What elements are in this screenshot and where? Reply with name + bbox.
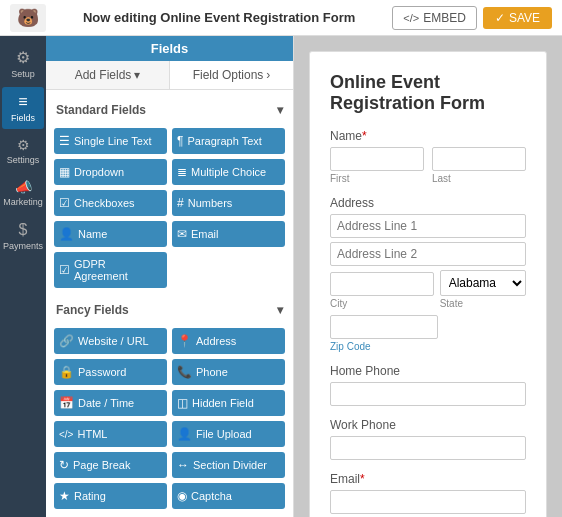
city-input[interactable] [330, 272, 434, 296]
field-btn-checkboxes[interactable]: ☑ Checkboxes [54, 190, 167, 216]
sidebar-item-marketing[interactable]: 📣 Marketing [2, 173, 44, 213]
chevron-right-icon: › [266, 68, 270, 82]
name-row: First Last [330, 147, 526, 184]
setup-icon: ⚙ [16, 48, 30, 67]
fields-panel-header: Fields [46, 36, 293, 61]
rating-icon: ★ [59, 489, 70, 503]
field-btn-datetime[interactable]: 📅 Date / Time [54, 390, 167, 416]
sidebar-item-payments[interactable]: $ Payments [2, 215, 44, 257]
datetime-icon: 📅 [59, 396, 74, 410]
email-icon: ✉ [177, 227, 187, 241]
fancy-fields-grid: 🔗 Website / URL 📍 Address 🔒 Password 📞 P… [54, 328, 285, 509]
form-group-name: Name* First Last [330, 129, 526, 184]
payments-icon: $ [19, 221, 28, 239]
hidden-icon: ◫ [177, 396, 188, 410]
collapse-icon-fancy: ▾ [277, 303, 283, 317]
multiple-choice-icon: ≣ [177, 165, 187, 179]
work-phone-input[interactable] [330, 436, 526, 460]
form-group-home-phone: Home Phone [330, 364, 526, 406]
logo: 🐻 [10, 4, 46, 32]
first-name-input[interactable] [330, 147, 424, 171]
address-line2-input[interactable] [330, 242, 526, 266]
page-break-icon: ↻ [59, 458, 69, 472]
password-icon: 🔒 [59, 365, 74, 379]
first-name-col: First [330, 147, 424, 184]
captcha-icon: ◉ [177, 489, 187, 503]
field-btn-numbers[interactable]: # Numbers [172, 190, 285, 216]
field-btn-name[interactable]: 👤 Name [54, 221, 167, 247]
sidebar-item-fields[interactable]: ≡ Fields [2, 87, 44, 129]
field-btn-captcha[interactable]: ◉ Captcha [172, 483, 285, 509]
save-button[interactable]: ✓ SAVE [483, 7, 552, 29]
field-btn-single-line-text[interactable]: ☰ Single Line Text [54, 128, 167, 154]
field-btn-hidden-field[interactable]: ◫ Hidden Field [172, 390, 285, 416]
text-icon: ☰ [59, 134, 70, 148]
main-layout: ⚙ Setup ≡ Fields ⚙ Settings 📣 Marketing … [0, 36, 562, 517]
last-label: Last [432, 173, 526, 184]
email-field-label: Email* [330, 472, 526, 486]
fields-icon: ≡ [18, 93, 27, 111]
upload-icon: 👤 [177, 427, 192, 441]
checkmark-icon: ✓ [495, 11, 505, 25]
field-btn-html[interactable]: </> HTML [54, 421, 167, 447]
work-phone-label: Work Phone [330, 418, 526, 432]
tab-add-fields[interactable]: Add Fields ▾ [46, 61, 170, 89]
fancy-fields-header: Fancy Fields ▾ [54, 298, 285, 322]
city-col: City [330, 272, 434, 309]
state-label: State [440, 298, 526, 309]
sidebar-item-settings[interactable]: ⚙ Settings [2, 131, 44, 171]
field-btn-dropdown[interactable]: ▦ Dropdown [54, 159, 167, 185]
field-btn-paragraph-text[interactable]: ¶ Paragraph Text [172, 128, 285, 154]
fields-panel: Fields Add Fields ▾ Field Options › Stan… [46, 36, 294, 517]
form-preview: Online Event Registration Form Name* Fir… [294, 36, 562, 517]
field-btn-file-upload[interactable]: 👤 File Upload [172, 421, 285, 447]
field-btn-website[interactable]: 🔗 Website / URL [54, 328, 167, 354]
section-divider-icon: ↔ [177, 458, 189, 472]
zip-group: Zip Code [330, 315, 526, 352]
field-btn-email[interactable]: ✉ Email [172, 221, 285, 247]
tab-field-options[interactable]: Field Options › [170, 61, 293, 89]
address-line1-input[interactable] [330, 214, 526, 238]
home-phone-input[interactable] [330, 382, 526, 406]
sidebar-item-setup[interactable]: ⚙ Setup [2, 42, 44, 85]
sidebar-nav: ⚙ Setup ≡ Fields ⚙ Settings 📣 Marketing … [0, 36, 46, 517]
zip-input[interactable] [330, 315, 438, 339]
city-label: City [330, 298, 434, 309]
paragraph-icon: ¶ [177, 134, 183, 148]
numbers-icon: # [177, 196, 184, 210]
phone-icon: 📞 [177, 365, 192, 379]
form-card: Online Event Registration Form Name* Fir… [309, 51, 547, 517]
field-btn-section-divider[interactable]: ↔ Section Divider [172, 452, 285, 478]
name-icon: 👤 [59, 227, 74, 241]
website-icon: 🔗 [59, 334, 74, 348]
address-icon: 📍 [177, 334, 192, 348]
city-state-row: City Alabama State [330, 270, 526, 309]
top-bar-title: Now editing Online Event Registration Fo… [46, 10, 392, 25]
form-name: Online Event Registration Form [160, 10, 355, 25]
standard-fields-grid: ☰ Single Line Text ¶ Paragraph Text ▦ Dr… [54, 128, 285, 288]
home-phone-label: Home Phone [330, 364, 526, 378]
field-btn-rating[interactable]: ★ Rating [54, 483, 167, 509]
field-btn-gdpr[interactable]: ☑ GDPR Agreement [54, 252, 167, 288]
address-label: Address [330, 196, 526, 210]
zip-label: Zip Code [330, 341, 526, 352]
embed-button[interactable]: </> EMBED [392, 6, 477, 30]
state-select[interactable]: Alabama [440, 270, 526, 296]
gdpr-icon: ☑ [59, 263, 70, 277]
fields-tabs: Add Fields ▾ Field Options › [46, 61, 293, 90]
html-icon: </> [59, 429, 73, 440]
last-name-input[interactable] [432, 147, 526, 171]
marketing-icon: 📣 [15, 179, 32, 195]
field-btn-phone[interactable]: 📞 Phone [172, 359, 285, 385]
form-group-email: Email* [330, 472, 526, 514]
field-btn-multiple-choice[interactable]: ≣ Multiple Choice [172, 159, 285, 185]
field-btn-address[interactable]: 📍 Address [172, 328, 285, 354]
collapse-icon: ▾ [277, 103, 283, 117]
field-btn-password[interactable]: 🔒 Password [54, 359, 167, 385]
dropdown-icon: ▦ [59, 165, 70, 179]
state-col: Alabama State [440, 270, 526, 309]
field-btn-page-break[interactable]: ↻ Page Break [54, 452, 167, 478]
last-name-col: Last [432, 147, 526, 184]
email-input[interactable] [330, 490, 526, 514]
top-bar: 🐻 Now editing Online Event Registration … [0, 0, 562, 36]
